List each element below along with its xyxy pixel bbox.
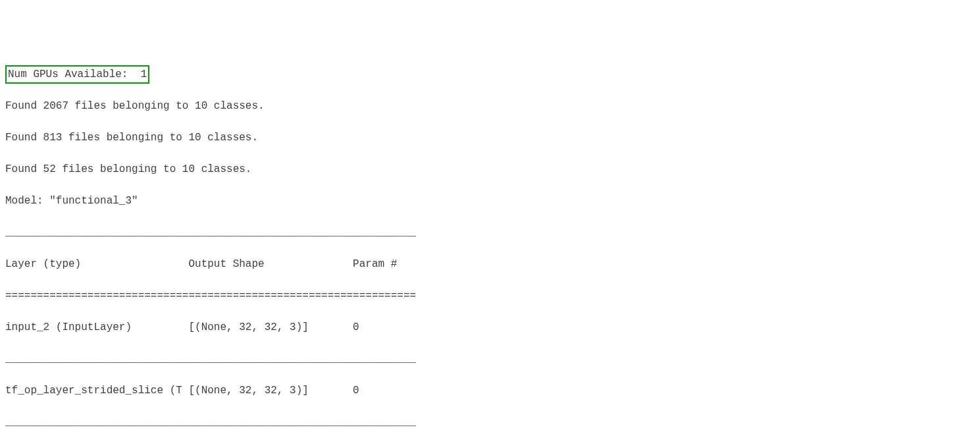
separator-underscore: ________________________________________…	[5, 225, 975, 240]
found-files-line-1: Found 2067 files belonging to 10 classes…	[5, 98, 975, 114]
table-row: input_2 (InputLayer) [(None, 32, 32, 3)]…	[5, 319, 975, 335]
separator-equals: ========================================…	[5, 288, 975, 304]
table-row: tf_op_layer_strided_slice (T [(None, 32,…	[5, 383, 975, 399]
table-header-row: Layer (type) Output Shape Param #	[5, 256, 975, 272]
model-name-line: Model: "functional_3"	[5, 193, 975, 209]
separator-underscore: ________________________________________…	[5, 414, 975, 430]
gpu-highlight-box: Num GPUs Available: 1	[5, 65, 149, 84]
gpu-availability-line: Num GPUs Available: 1	[5, 67, 975, 82]
separator-underscore: ________________________________________…	[5, 351, 975, 367]
gpu-text: Num GPUs Available: 1	[8, 69, 147, 80]
found-files-line-3: Found 52 files belonging to 10 classes.	[5, 161, 975, 177]
found-files-line-2: Found 813 files belonging to 10 classes.	[5, 130, 975, 146]
